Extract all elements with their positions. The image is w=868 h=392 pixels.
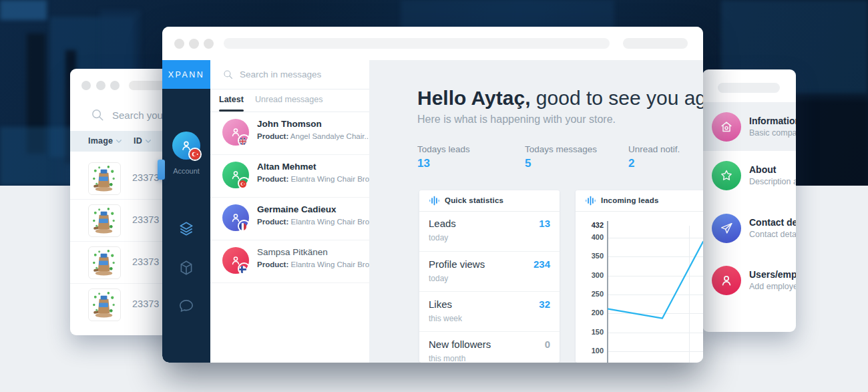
- settings-item-subtitle: Description ab: [749, 177, 796, 186]
- toolbar-placeholder: [623, 38, 688, 49]
- product-line: Product: Elantra Wing Chair Bro..: [257, 218, 373, 226]
- address-bar-placeholder[interactable]: [224, 38, 610, 49]
- window-dot[interactable]: [204, 39, 214, 49]
- product-photo: [88, 246, 121, 279]
- product-line: Product: Elantra Wing Chair Bro..: [257, 260, 373, 268]
- stat-row-label: Likes: [429, 299, 452, 310]
- column-header-image[interactable]: Image: [88, 136, 122, 146]
- avatar: [222, 119, 249, 146]
- messages-tabs: Latest Unread messages: [210, 89, 369, 112]
- product-photo: [88, 288, 121, 321]
- france-flag-icon: [238, 220, 250, 232]
- browser-chrome: [162, 27, 703, 60]
- product-name: Angel Sandalye Chair..: [290, 132, 369, 140]
- stat-value: 5: [525, 157, 531, 170]
- message-list-item[interactable]: Sampsa Pitkänen Product: Elantra Wing Ch…: [210, 240, 369, 283]
- greeting-name: Hello Aytaç,: [417, 87, 531, 109]
- chat-icon[interactable]: [178, 297, 195, 315]
- stat-value: 13: [417, 157, 430, 170]
- stat-row-period: this week: [429, 314, 462, 323]
- settings-item-contact[interactable]: Contact det Contact detail: [702, 204, 796, 252]
- tab-latest[interactable]: Latest: [219, 95, 244, 104]
- settings-item-information[interactable]: Information Basic compan: [702, 102, 796, 151]
- page-subtitle: Here is what is happening with your stor…: [417, 114, 616, 126]
- settings-item-subtitle: Basic compan: [749, 128, 796, 138]
- layers-icon[interactable]: [178, 220, 195, 237]
- quick-statistics-card: Quick statistics Leads today 13 Profile …: [419, 190, 560, 363]
- messages-search-input[interactable]: Search in messages: [240, 69, 321, 79]
- window-dot[interactable]: [174, 39, 184, 49]
- incoming-leads-card: Incoming leads 432400350300250200150100: [576, 190, 703, 363]
- app-logo[interactable]: XPANN: [162, 60, 210, 89]
- star-icon: [712, 161, 741, 190]
- avatar: [222, 204, 249, 231]
- sender-name: Sampsa Pitkänen: [257, 247, 328, 257]
- page: Search your Image ID 23373 23373 23373 2…: [0, 0, 868, 392]
- settings-item-subtitle: Add employee: [749, 282, 796, 291]
- product-id: 23373: [132, 256, 159, 267]
- product-photo: [88, 204, 121, 237]
- message-list-item[interactable]: John Thomson Product: Angel Sandalye Cha…: [210, 112, 369, 155]
- chevron-down-icon: [116, 139, 122, 144]
- y-axis-tick: 250: [582, 290, 604, 298]
- product-name: Elantra Wing Chair Bro..: [290, 218, 373, 226]
- messages-panel: Search in messages Latest Unread message…: [210, 60, 370, 363]
- product-label: Product:: [257, 260, 288, 268]
- leads-line-series: [608, 226, 703, 363]
- stat-row-period: this month: [429, 354, 465, 363]
- settings-item-title: About: [749, 164, 796, 175]
- product-line: Product: Angel Sandalye Chair..: [257, 132, 369, 140]
- greeting-rest: good to see you again: [531, 87, 704, 109]
- tab-unread-messages[interactable]: Unread messages: [255, 95, 322, 104]
- window-dot[interactable]: [110, 81, 120, 90]
- settings-item-users[interactable]: Users/empl Add employee: [702, 256, 796, 305]
- column-header-id[interactable]: ID: [134, 136, 152, 146]
- window-dot[interactable]: [96, 81, 105, 90]
- product-name: Elantra Wing Chair Bro..: [290, 175, 373, 183]
- products-search-input[interactable]: Search your: [112, 110, 166, 121]
- stat-row[interactable]: New followers this month 0: [419, 331, 560, 363]
- chevron-down-icon: [145, 139, 152, 144]
- page-title: Hello Aytaç, good to see you again: [417, 87, 703, 110]
- stat-value: 2: [628, 157, 634, 170]
- search-icon: [90, 108, 105, 122]
- window-dot[interactable]: [189, 39, 199, 49]
- stat-row-label: Leads: [429, 218, 456, 229]
- window-dot[interactable]: [81, 81, 91, 90]
- account-avatar[interactable]: [172, 132, 200, 160]
- avatar: [222, 247, 249, 274]
- stat-row-period: today: [429, 233, 448, 242]
- product-label: Product:: [257, 218, 288, 226]
- message-list-item[interactable]: Germaine Cadieux Product: Elantra Wing C…: [210, 197, 369, 240]
- package-icon[interactable]: [178, 259, 195, 276]
- product-id: 23373: [132, 172, 159, 183]
- stat-row[interactable]: Profile views today 234: [419, 251, 560, 292]
- finland-flag-icon: [238, 262, 250, 275]
- message-list-item[interactable]: Altan Mehmet Product: Elantra Wing Chair…: [210, 154, 369, 198]
- settings-item-about[interactable]: About Description ab: [702, 151, 796, 200]
- stat-row-label: New followers: [429, 339, 491, 350]
- sender-name: John Thomson: [257, 119, 322, 129]
- product-name: Elantra Wing Chair Bro..: [290, 260, 373, 268]
- stat-row[interactable]: Leads today 13: [419, 211, 560, 251]
- equalizer-icon: [429, 195, 440, 206]
- stat-row[interactable]: Likes this week 32: [419, 291, 560, 332]
- y-axis-tick: 400: [582, 233, 604, 241]
- y-axis-tick: 350: [582, 252, 604, 260]
- uk-flag-icon: [238, 134, 250, 147]
- y-axis-tick: 150: [582, 328, 604, 336]
- settings-item-title: Users/empl: [749, 269, 796, 280]
- settings-item-title: Information: [749, 116, 796, 126]
- line-chart: 432400350300250200150100: [576, 190, 703, 363]
- card-title: Quick statistics: [445, 196, 503, 204]
- product-id: 23373: [132, 299, 159, 309]
- stat-row-value: 32: [539, 299, 550, 310]
- stat-label: Unread notif.: [628, 144, 680, 154]
- account-label: Account: [162, 167, 210, 175]
- user-icon: [712, 266, 741, 295]
- search-icon: [222, 69, 234, 80]
- send-icon: [712, 214, 741, 243]
- messages-search-bar[interactable]: Search in messages: [210, 60, 369, 89]
- y-axis-tick: 200: [582, 309, 604, 317]
- stat-label: Todays messages: [525, 144, 597, 154]
